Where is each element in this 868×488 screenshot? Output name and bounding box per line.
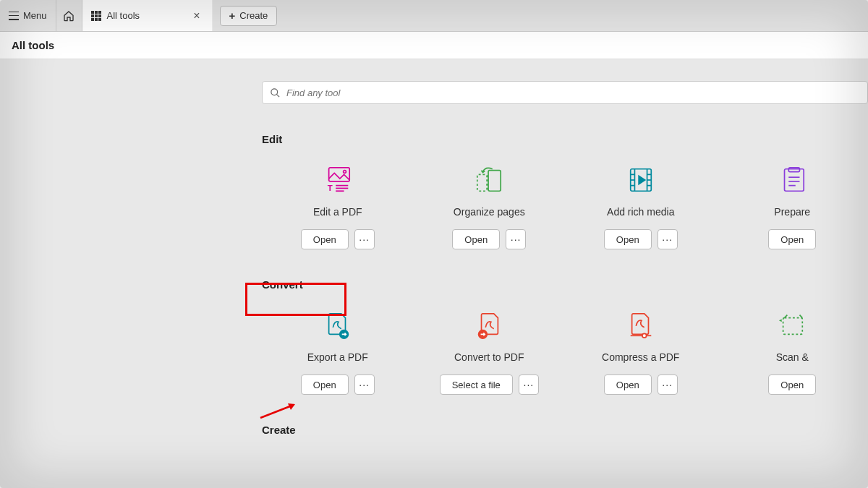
card-label: Prepare (774, 206, 810, 218)
hamburger-icon (9, 12, 19, 20)
card-label: Export a PDF (307, 351, 368, 363)
convert-to-pdf-icon (475, 311, 503, 340)
svg-marker-30 (779, 319, 782, 322)
section-title-convert: Convert (262, 278, 303, 291)
subheader: All tools (0, 32, 868, 59)
card-edit-pdf: T Edit a PDF Open ··· (262, 166, 414, 249)
home-icon (63, 10, 75, 22)
search-input[interactable] (286, 87, 860, 98)
card-label: Scan & (776, 351, 809, 363)
more-button[interactable]: ··· (658, 374, 678, 395)
topbar: Menu All tools × + Create (0, 0, 868, 32)
card-label: Organize pages (454, 206, 525, 218)
card-organize-pages: Organize pages Open ··· (414, 166, 566, 249)
plus-icon: + (229, 9, 236, 22)
menu-label: Menu (23, 10, 47, 21)
svg-rect-9 (477, 174, 487, 191)
open-button[interactable]: Open (301, 374, 349, 395)
open-button[interactable]: Open (604, 229, 652, 249)
rich-media-icon (626, 166, 655, 194)
more-button[interactable]: ··· (354, 229, 375, 249)
scan-icon (778, 311, 807, 340)
open-button[interactable]: Open (768, 229, 816, 249)
svg-line-1 (276, 94, 279, 97)
svg-marker-19 (639, 176, 645, 184)
compress-pdf-icon (626, 311, 655, 340)
svg-point-28 (642, 333, 647, 338)
tab-all-tools[interactable]: All tools × (82, 0, 213, 31)
section-edit: Edit T Edit a PDF Open ··· (262, 133, 868, 249)
more-button[interactable]: ··· (519, 374, 539, 395)
open-button[interactable]: Open (301, 229, 349, 249)
svg-rect-2 (328, 168, 349, 181)
search-field[interactable] (262, 81, 868, 104)
tab-close-button[interactable]: × (190, 9, 203, 22)
section-title-edit: Edit (262, 133, 282, 145)
create-label: Create (239, 10, 268, 21)
open-button[interactable]: Open (768, 374, 816, 395)
more-button[interactable]: ··· (658, 229, 678, 249)
svg-rect-21 (788, 168, 799, 172)
tab-label: All tools (107, 10, 140, 21)
export-pdf-icon (323, 311, 352, 340)
grid-icon (91, 11, 101, 21)
svg-point-3 (343, 171, 346, 174)
content: Edit T Edit a PDF Open ··· (0, 59, 868, 456)
card-scan: Scan & Open (717, 311, 869, 395)
card-label: Add rich media (607, 206, 674, 218)
svg-point-0 (271, 88, 278, 95)
card-compress-pdf: Compress a PDF Open ··· (565, 311, 717, 395)
create-button[interactable]: + Create (220, 6, 278, 26)
card-label: Convert to PDF (454, 351, 524, 363)
section-create: Create (262, 424, 868, 456)
prepare-icon (778, 166, 807, 194)
more-button[interactable]: ··· (354, 374, 375, 395)
section-title-create: Create (262, 424, 296, 436)
page-title: All tools (12, 39, 54, 51)
section-convert: Convert Export a PDF Open ··· (262, 278, 868, 395)
card-label: Compress a PDF (602, 351, 679, 363)
svg-rect-8 (488, 171, 501, 192)
open-button[interactable]: Open (604, 374, 652, 395)
svg-text:T: T (327, 184, 332, 192)
card-add-rich-media: Add rich media Open ··· (565, 166, 717, 249)
search-icon (270, 87, 281, 98)
menu-button[interactable]: Menu (0, 0, 56, 31)
svg-rect-29 (783, 318, 803, 335)
organize-pages-icon (475, 166, 503, 194)
card-label: Edit a PDF (313, 206, 362, 218)
select-file-button[interactable]: Select a file (440, 374, 513, 395)
card-prepare: Prepare Open (717, 166, 869, 249)
more-button[interactable]: ··· (506, 229, 526, 249)
card-export-pdf: Export a PDF Open ··· (262, 311, 414, 395)
card-convert-to-pdf: Convert to PDF Select a file ··· (414, 311, 566, 395)
open-button[interactable]: Open (452, 229, 500, 249)
edit-pdf-icon: T (323, 166, 352, 194)
home-button[interactable] (56, 0, 82, 31)
